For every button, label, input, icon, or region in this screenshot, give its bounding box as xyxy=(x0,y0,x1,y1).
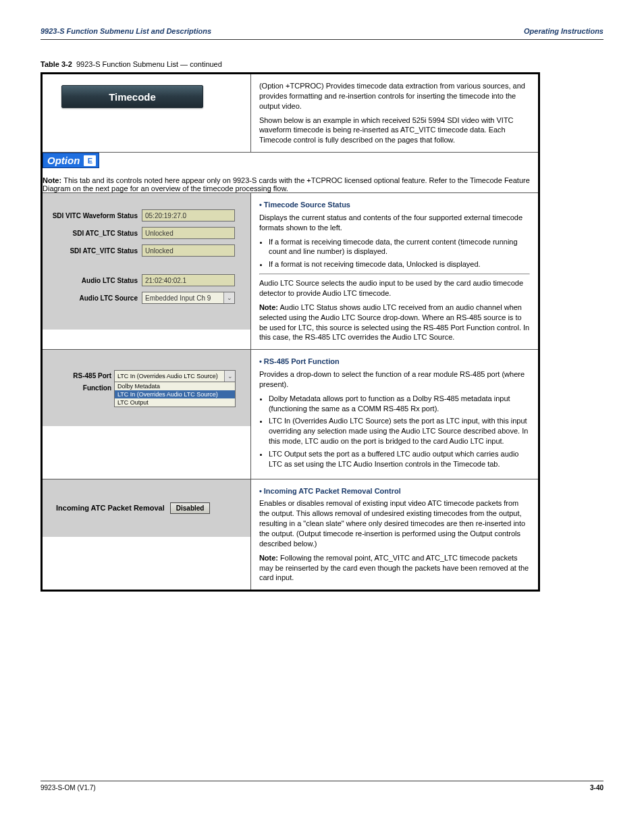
rs485-option[interactable]: Dolby Metadata xyxy=(115,382,235,390)
status-panel: SDI VITC Waveform Status 05:20:19:27.0 S… xyxy=(43,193,250,330)
rs485-option[interactable]: LTC In (Overrides Audio LTC Source) xyxy=(115,390,235,398)
audio-ltc-source-value: Embedded Input Ch 9 xyxy=(142,292,223,303)
chevron-down-icon: ⌄ xyxy=(224,371,235,382)
status-description: • Timecode Source Status Displays the cu… xyxy=(250,193,539,350)
rs485-bullet: Dolby Metadata allows port to function a… xyxy=(269,394,530,414)
footer-page-number: 3-40 xyxy=(590,784,603,791)
caption-prefix: Table 3-2 xyxy=(41,60,72,68)
option-chip: Option E xyxy=(43,153,99,168)
chevron-down-icon: ⌄ xyxy=(223,292,234,303)
table-caption: Table 3-2 9923-S Function Submenu List —… xyxy=(41,60,603,68)
option-note-label: Note: xyxy=(43,176,61,184)
function-table: Timecode (Option +TCPROC) Provides timec… xyxy=(41,72,540,592)
sdi-atc-vitc-value: Unlocked xyxy=(142,244,235,257)
sdi-atc-vitc-label: SDI ATC_VITC Status xyxy=(51,247,142,255)
sdi-vitc-waveform-value: 05:20:19:27.0 xyxy=(142,209,235,221)
rs485-description: • RS-485 Port Function Provides a drop-d… xyxy=(250,350,539,479)
sdi-atc-ltc-label: SDI ATC_LTC Status xyxy=(51,230,142,237)
atc-description: • Incoming ATC Packet Removal Control En… xyxy=(250,479,539,591)
atc-removal-label: Incoming ATC Packet Removal xyxy=(56,504,165,512)
rs485-panel: RS-485 Port Function LTC In (Overrides A… xyxy=(43,350,250,426)
status-bullet: If a format is receiving timecode data, … xyxy=(269,237,530,257)
footer-revision: 9923-S-OM (V1.7) xyxy=(41,784,96,791)
rs485-label: RS-485 Port Function xyxy=(47,370,114,407)
audio-ltc-status-label: Audio LTC Status xyxy=(51,277,142,284)
caption-suffix: 9923-S Function Submenu List — continued xyxy=(76,60,222,68)
rs485-option-list: Dolby Metadata LTC In (Overrides Audio L… xyxy=(114,382,236,407)
rs485-selected: LTC In (Overrides Audio LTC Source) xyxy=(115,371,224,382)
header-right: Operating Instructions xyxy=(524,27,603,35)
option-chip-label: Option xyxy=(47,155,80,166)
timecode-description: (Option +TCPROC) Provides timecode data … xyxy=(250,74,539,153)
header-left: 9923-S Function Submenu List and Descrip… xyxy=(41,27,211,35)
rs485-option[interactable]: LTC Output xyxy=(115,398,235,407)
rs485-bullet: LTC Output sets the port as a buffered L… xyxy=(269,449,530,469)
sdi-atc-ltc-value: Unlocked xyxy=(142,227,235,239)
audio-ltc-source-dropdown[interactable]: Embedded Input Ch 9 ⌄ xyxy=(142,292,235,304)
timecode-tab-button[interactable]: Timecode xyxy=(61,85,203,108)
rs485-dropdown[interactable]: LTC In (Overrides Audio LTC Source) ⌄ xyxy=(114,370,236,382)
license-code: +TCPROC xyxy=(286,82,321,90)
page-header: 9923-S Function Submenu List and Descrip… xyxy=(41,27,603,40)
audio-ltc-status-value: 21:02:40:02.1 xyxy=(142,274,235,286)
audio-ltc-source-label: Audio LTC Source xyxy=(51,294,142,302)
atc-removal-button[interactable]: Disabled xyxy=(170,502,211,514)
license-icon: E xyxy=(84,155,96,166)
rs485-bullet: LTC In (Overrides Audio LTC Source) sets… xyxy=(269,416,530,446)
option-note-text: This tab and its controls noted here app… xyxy=(43,176,530,192)
atc-panel: Incoming ATC Packet Removal Disabled xyxy=(43,479,250,537)
page-footer: 9923-S-OM (V1.7) 3-40 xyxy=(41,781,603,791)
sdi-vitc-waveform-label: SDI VITC Waveform Status xyxy=(51,212,142,219)
status-bullet: If a format is not receiving timecode da… xyxy=(269,259,530,269)
